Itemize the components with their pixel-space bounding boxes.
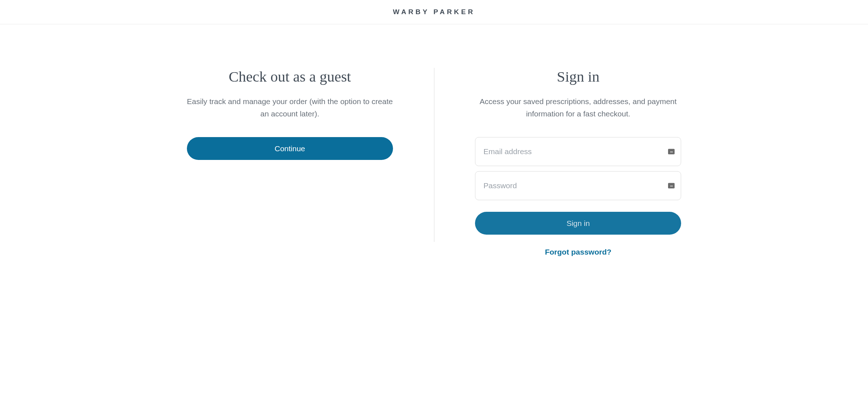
autofill-icon (668, 183, 675, 189)
email-input[interactable] (475, 137, 681, 166)
forgot-password-link[interactable]: Forgot password? (545, 248, 611, 256)
signin-button-wrapper: Sign in (475, 212, 681, 235)
email-field-group (475, 137, 681, 166)
page-header: WARBY PARKER (0, 0, 868, 24)
signin-subtitle: Access your saved prescriptions, address… (475, 95, 681, 120)
guest-subtitle: Easily track and manage your order (with… (187, 95, 393, 120)
password-input[interactable] (475, 171, 681, 200)
password-field-group (475, 171, 681, 200)
signin-column: Sign in Access your saved prescriptions,… (434, 68, 715, 256)
signin-title: Sign in (557, 68, 599, 85)
email-input-wrapper (475, 137, 681, 166)
guest-checkout-column: Check out as a guest Easily track and ma… (153, 68, 434, 256)
autofill-icon (668, 149, 675, 154)
main-content: Check out as a guest Easily track and ma… (153, 24, 715, 256)
guest-title: Check out as a guest (229, 68, 351, 85)
brand-logo: WARBY PARKER (0, 8, 868, 16)
password-input-wrapper (475, 171, 681, 200)
continue-button[interactable]: Continue (187, 137, 393, 160)
signin-button[interactable]: Sign in (475, 212, 681, 235)
